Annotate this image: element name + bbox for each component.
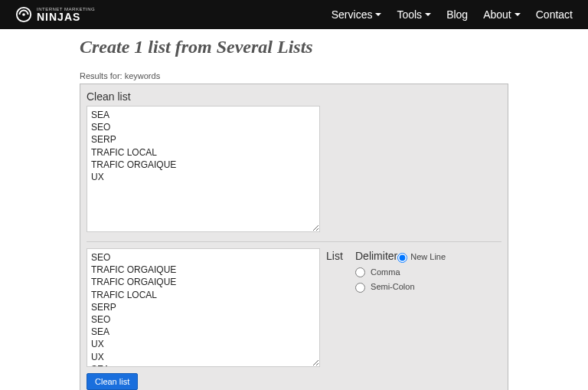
list-label: List xyxy=(326,248,349,367)
delimiter-semicolon-option[interactable]: Semi-Colon xyxy=(355,282,501,293)
caret-icon xyxy=(514,13,521,16)
clean-list-label: Clean list xyxy=(87,90,501,103)
results-label: Results for: keywords xyxy=(80,71,508,80)
nav-contact-label: Contact xyxy=(536,8,573,21)
main-container: Create 1 list from Several Lists Results… xyxy=(80,29,508,390)
input-column xyxy=(87,248,320,367)
delimiter-semicolon-label: Semi-Colon xyxy=(371,282,414,291)
delimiter-comma-label: Comma xyxy=(371,267,400,277)
delimiter-comma-option[interactable]: Comma xyxy=(355,267,501,278)
nav-about-label: About xyxy=(483,8,511,21)
delimiter-label: Delimiter xyxy=(355,250,397,262)
brand-bottom-text: NINJAS xyxy=(37,11,95,22)
nav-blog[interactable]: Blog xyxy=(446,8,468,21)
nav-tools[interactable]: Tools xyxy=(397,8,431,21)
delimiter-newline-label: New Line xyxy=(410,252,446,261)
ninja-logo-icon xyxy=(15,6,32,23)
delimiter-column: DelimiterNew Line Comma Semi-Colon xyxy=(355,248,501,367)
input-row: List DelimiterNew Line Comma Semi-Colon xyxy=(87,241,501,367)
delimiter-newline-option[interactable]: New Line xyxy=(397,252,446,261)
clean-list-output[interactable] xyxy=(87,106,320,232)
nav-services[interactable]: Services xyxy=(332,8,382,21)
page-title: Create 1 list from Several Lists xyxy=(80,37,508,57)
caret-icon xyxy=(425,13,431,16)
caret-icon xyxy=(375,13,381,16)
clean-list-button[interactable]: Clean list xyxy=(87,373,138,390)
nav-contact[interactable]: Contact xyxy=(536,8,573,21)
delimiter-comma-radio[interactable] xyxy=(355,267,365,277)
delimiter-semicolon-radio[interactable] xyxy=(355,283,365,293)
nav-list: Services Tools Blog About Contact xyxy=(332,8,573,21)
nav-about[interactable]: About xyxy=(483,8,521,21)
list-input[interactable] xyxy=(87,248,320,367)
nav-services-label: Services xyxy=(332,8,373,21)
svg-point-1 xyxy=(22,13,25,16)
delimiter-newline-radio[interactable] xyxy=(397,253,407,263)
navbar: INTERNET MARKETING NINJAS Services Tools… xyxy=(0,0,588,29)
nav-tools-label: Tools xyxy=(397,8,422,21)
brand[interactable]: INTERNET MARKETING NINJAS xyxy=(15,6,95,23)
nav-blog-label: Blog xyxy=(446,8,468,21)
tool-panel: Clean list List DelimiterNew Line Comma … xyxy=(80,84,508,390)
brand-text: INTERNET MARKETING NINJAS xyxy=(37,7,95,22)
